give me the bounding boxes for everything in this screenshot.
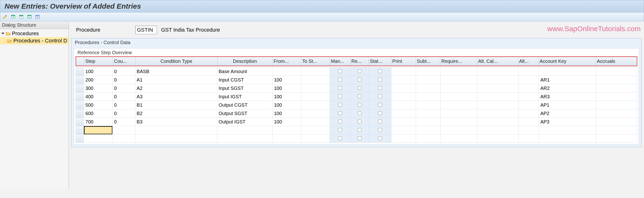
cell[interactable] bbox=[301, 126, 330, 135]
checkbox[interactable] bbox=[358, 103, 362, 107]
cell[interactable] bbox=[368, 109, 391, 118]
cell[interactable] bbox=[539, 135, 596, 143]
checkbox[interactable] bbox=[358, 136, 362, 140]
cell[interactable] bbox=[301, 118, 330, 126]
cell[interactable]: 100 bbox=[272, 76, 301, 84]
cell[interactable] bbox=[350, 118, 368, 126]
cell[interactable] bbox=[440, 118, 477, 126]
column-header[interactable]: Condition Type bbox=[136, 57, 217, 66]
cell[interactable] bbox=[76, 76, 84, 84]
cell[interactable] bbox=[478, 84, 518, 92]
cell[interactable] bbox=[368, 67, 391, 76]
column-header[interactable] bbox=[76, 57, 84, 66]
checkbox[interactable] bbox=[358, 86, 362, 90]
cell[interactable] bbox=[217, 126, 272, 135]
cell[interactable] bbox=[368, 126, 391, 135]
checkbox[interactable] bbox=[378, 120, 382, 124]
cell[interactable] bbox=[350, 126, 368, 135]
cell[interactable] bbox=[440, 76, 477, 84]
cell[interactable] bbox=[440, 84, 477, 92]
table-row[interactable]: 4000A3Input IGST100AR3 bbox=[76, 92, 637, 101]
cell[interactable] bbox=[112, 126, 135, 135]
table-green-2-icon[interactable] bbox=[18, 14, 24, 20]
cell[interactable] bbox=[478, 118, 518, 126]
cell[interactable]: Input SGST bbox=[217, 84, 272, 92]
cell[interactable] bbox=[518, 92, 539, 101]
cell[interactable] bbox=[350, 101, 368, 109]
cell[interactable]: BASB bbox=[135, 67, 217, 76]
cell[interactable] bbox=[301, 76, 330, 84]
cell[interactable] bbox=[391, 101, 416, 109]
cell[interactable] bbox=[76, 92, 84, 101]
checkbox[interactable] bbox=[338, 86, 342, 90]
checkbox[interactable] bbox=[338, 94, 342, 98]
column-header[interactable]: Step bbox=[84, 57, 113, 66]
checkbox[interactable] bbox=[338, 69, 342, 73]
checkbox[interactable] bbox=[378, 103, 382, 107]
table-row[interactable] bbox=[76, 126, 637, 135]
cell[interactable] bbox=[350, 92, 368, 101]
cell[interactable] bbox=[368, 135, 391, 143]
cell[interactable] bbox=[518, 84, 539, 92]
control-data-table[interactable]: StepCou...Condition TypeDescriptionFrom.… bbox=[76, 57, 637, 66]
cell[interactable]: 100 bbox=[272, 118, 301, 126]
cell[interactable] bbox=[135, 126, 217, 135]
cell[interactable] bbox=[330, 135, 350, 143]
cell[interactable] bbox=[330, 92, 350, 101]
cell[interactable] bbox=[391, 84, 416, 92]
cell[interactable] bbox=[596, 67, 637, 76]
table-row[interactable]: 1000BASBBase Amount bbox=[76, 67, 637, 76]
cell[interactable]: 0 bbox=[112, 101, 135, 109]
cell[interactable] bbox=[84, 126, 112, 135]
edit-pencil-icon[interactable] bbox=[2, 14, 8, 20]
cell[interactable] bbox=[596, 92, 637, 101]
cell[interactable] bbox=[135, 135, 217, 143]
cell[interactable]: 300 bbox=[84, 84, 112, 92]
cell[interactable] bbox=[478, 76, 518, 84]
cell[interactable]: 0 bbox=[112, 118, 135, 126]
cell[interactable]: 500 bbox=[84, 101, 112, 109]
cell[interactable] bbox=[478, 67, 518, 76]
column-header[interactable]: Description bbox=[217, 57, 272, 66]
cell[interactable]: AP3 bbox=[539, 118, 596, 126]
cell[interactable] bbox=[440, 126, 477, 135]
table-row[interactable] bbox=[76, 135, 637, 143]
cell[interactable] bbox=[478, 101, 518, 109]
table-green-3-icon[interactable] bbox=[26, 14, 33, 20]
checkbox[interactable] bbox=[338, 78, 342, 81]
cell[interactable] bbox=[391, 126, 416, 135]
cell[interactable] bbox=[76, 135, 84, 143]
cell[interactable] bbox=[416, 76, 440, 84]
cell[interactable]: 0 bbox=[112, 67, 135, 76]
tree-item-procedures-control[interactable]: Procedures - Control D bbox=[0, 37, 68, 44]
checkbox[interactable] bbox=[338, 136, 342, 140]
cell[interactable] bbox=[301, 101, 330, 109]
column-header[interactable]: From... bbox=[272, 57, 301, 66]
cell[interactable] bbox=[440, 109, 477, 118]
cell[interactable]: AR3 bbox=[539, 92, 596, 101]
cell[interactable] bbox=[440, 101, 477, 109]
column-header[interactable]: Require... bbox=[440, 57, 477, 66]
cell[interactable] bbox=[478, 109, 518, 118]
cell[interactable] bbox=[478, 92, 518, 101]
cell[interactable] bbox=[596, 109, 637, 118]
cell[interactable] bbox=[478, 126, 518, 135]
cell[interactable] bbox=[518, 67, 539, 76]
cell[interactable] bbox=[350, 84, 368, 92]
checkbox[interactable] bbox=[338, 128, 342, 132]
cell[interactable] bbox=[518, 76, 539, 84]
checkbox[interactable] bbox=[358, 120, 362, 124]
cell[interactable]: Output SGST bbox=[217, 109, 272, 118]
cell[interactable] bbox=[272, 135, 301, 143]
cell[interactable]: A1 bbox=[135, 76, 217, 84]
cell[interactable]: 700 bbox=[84, 118, 112, 126]
checkbox[interactable] bbox=[358, 78, 362, 81]
checkbox[interactable] bbox=[378, 86, 382, 90]
cell[interactable]: 400 bbox=[84, 92, 112, 101]
cell[interactable] bbox=[368, 84, 391, 92]
cell[interactable] bbox=[76, 109, 84, 118]
cell[interactable] bbox=[368, 76, 391, 84]
table-green-1-icon[interactable] bbox=[10, 14, 16, 20]
cell[interactable] bbox=[76, 126, 84, 135]
table-row[interactable]: 6000B2Output SGST100AP2 bbox=[76, 109, 637, 118]
